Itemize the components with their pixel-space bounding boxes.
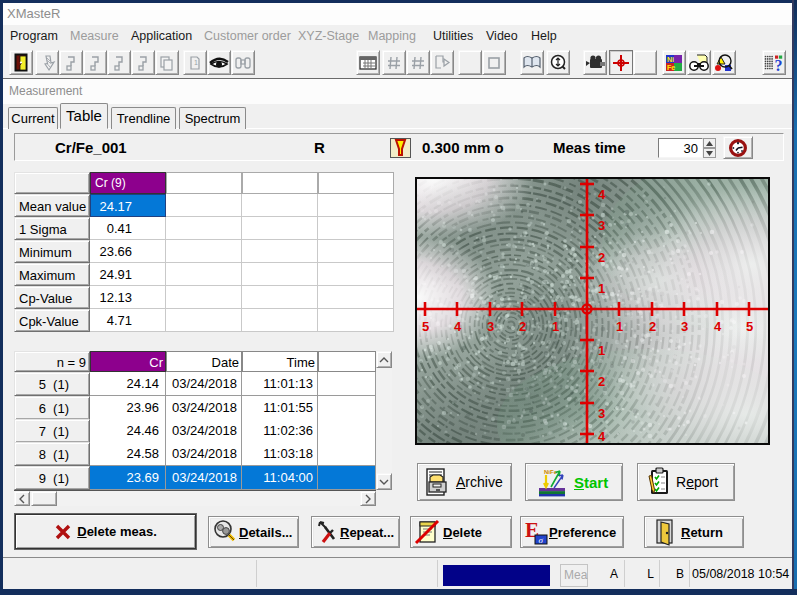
svg-text:1: 1 xyxy=(598,281,605,296)
svg-text:2: 2 xyxy=(598,374,605,389)
svg-text:2: 2 xyxy=(598,250,605,265)
svg-text:3: 3 xyxy=(598,218,605,233)
svg-text:4: 4 xyxy=(598,429,606,443)
svg-text:2: 2 xyxy=(649,319,656,334)
svg-text:5: 5 xyxy=(746,319,753,334)
svg-text:Ni: Ni xyxy=(667,56,674,63)
svg-text:5: 5 xyxy=(422,319,429,334)
svg-text:4: 4 xyxy=(454,319,462,334)
svg-text:4: 4 xyxy=(714,319,722,334)
svg-text:1: 1 xyxy=(552,319,559,334)
svg-text:σ: σ xyxy=(539,535,544,545)
svg-text:3: 3 xyxy=(681,319,688,334)
svg-text:?: ? xyxy=(775,57,783,73)
svg-text:2: 2 xyxy=(519,319,526,334)
svg-text:Fe: Fe xyxy=(667,64,675,71)
svg-text:3: 3 xyxy=(598,406,605,421)
svg-text:1: 1 xyxy=(194,59,198,66)
svg-text:1: 1 xyxy=(616,319,623,334)
svg-text:3: 3 xyxy=(487,319,494,334)
svg-text:1: 1 xyxy=(598,343,605,358)
svg-text:4: 4 xyxy=(598,187,606,202)
